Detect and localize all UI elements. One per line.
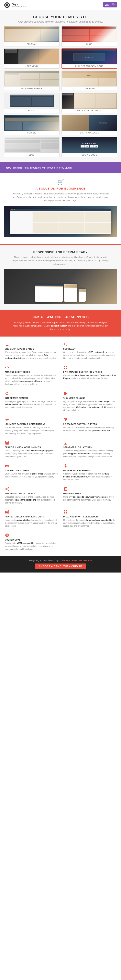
demo-label-boxed: BOXED (4, 108, 59, 113)
svg-rect-18 (5, 442, 9, 443)
demo-thumb-splitcat: CATALOGUE (62, 115, 117, 131)
feature-combinations: UNLIMITED PAGEABLE COMBINATIONS The brea… (3, 416, 59, 436)
feature-title-iconpacks: FIVE AMAZING CUSTOM ICON PACKS (63, 371, 116, 373)
demo-item-classic[interactable]: CLASSIC (4, 115, 60, 135)
demo-label-leftmenu: SHOP WITH LEFT MENU (62, 108, 117, 113)
woo-banner: Woo commerce Fully integrated with Wooco… (0, 162, 121, 173)
pricing-icon (5, 510, 10, 514)
feature-title-combinations: UNLIMITED PAGEABLE COMBINATIONS (5, 423, 58, 425)
feature-onepage: ONE PAGE SITES Using only one page to sh… (62, 485, 118, 506)
feature-search: INTEGRATED SEARCH Manage your typography… (3, 390, 59, 414)
demo-style-section: CHOOSE YOUR DEMO STYLE Oryx provides 13 … (0, 10, 121, 162)
feature-desc-social: Encourage your visitors to share content… (5, 495, 58, 504)
demo-thumb-boxed (4, 93, 59, 108)
brand-subtitle: WordPress Theme (12, 6, 26, 8)
catalogue-icon (5, 441, 10, 445)
demo-thumb-blog (4, 137, 59, 153)
feature-seo: SEO READY Oryx has been designed with SE… (62, 340, 118, 361)
header: Oryx WordPress Theme Woo (0, 0, 121, 10)
svg-point-27 (8, 490, 9, 491)
feature-title-sliders: A VARIETY OF SLIDERS (5, 469, 58, 472)
feature-desc-elements: Customise your business requirements wit… (63, 473, 116, 481)
demo-item-fullscreen[interactable]: CATALOGUE FULL SCREEN CATALOGUE (61, 48, 117, 68)
import-icon (5, 342, 10, 347)
elements-icon (63, 463, 68, 468)
demo-label-onepage: ONE PAGE (62, 86, 117, 91)
feature-title-multilingual: MULTILINGUAL (5, 539, 58, 541)
feature-title-seo: SEO READY (63, 348, 116, 350)
demo-item-blog[interactable]: BLOG (4, 137, 60, 157)
demo-thumb-shop (62, 27, 117, 42)
demo-label-original: ORIGINAL (4, 42, 59, 46)
svg-rect-19 (5, 444, 9, 444)
feature-desc-combinations: The breadth theme provides an amazing so… (5, 426, 58, 435)
svg-point-8 (64, 343, 66, 345)
footer-cta-button[interactable]: CHOOSE A DEMO, THEN CREATE (35, 563, 86, 570)
demo-item-comingsoon[interactable]: COMING SOON 47 25 33 14 COMING SOON (61, 137, 117, 157)
feature-desc-search: Manage your typography. Choose from a la… (5, 400, 58, 409)
feature-shortcodes: AMAZING SHORTCODES Oryx has been designe… (3, 364, 59, 387)
feature-title-search: INTEGRATED SEARCH (5, 397, 58, 399)
feature-title-shortcodes: AMAZING SHORTCODES (5, 371, 58, 373)
footer-text: Everything is possible with Oryx. Choose… (4, 559, 117, 562)
ecommerce-title-prefix: A SOLUTION FOR (35, 187, 64, 190)
demo-section-title: CHOOSE YOUR DEMO STYLE (4, 15, 117, 19)
demo-label-comingsoon: COMING SOON (62, 153, 117, 157)
feature-title-builder: DRAG AND DROP PAGE BUILDER (63, 515, 116, 518)
feature-social: INTEGRATED SOCIAL SHARE Encourage your v… (3, 485, 59, 506)
demo-thumb-leftmenu (62, 93, 117, 108)
svg-rect-34 (64, 512, 65, 514)
svg-rect-12 (66, 368, 67, 369)
demo-item-splitcat[interactable]: CATALOGUE SPLIT CATALOGUE (61, 115, 117, 135)
feature-catalogue: BEAUTIFUL CATALOGUE LAYOUTS Creating a g… (3, 439, 59, 460)
demo-item-original[interactable]: ORIGINAL (4, 26, 60, 46)
demo-item-left[interactable]: LEFT MENU (4, 48, 60, 68)
features-grid: ONE CLICK IMPORT OPTION When you choose … (3, 340, 118, 552)
feature-title-blog: SEPARATE BLOG LAYOUTS (63, 446, 116, 449)
footer: Everything is possible with Oryx. Choose… (0, 556, 121, 573)
demo-label-fullscreen: FULL SCREEN CATALOGUE (62, 64, 117, 68)
svg-rect-14 (64, 418, 65, 421)
demo-item-leftmenu[interactable]: SHOP WITH LEFT MENU (61, 93, 117, 113)
svg-point-22 (6, 466, 7, 466)
combinations-icon (5, 417, 10, 422)
demo-item-sidebar[interactable]: SHOP WITH SIDEBAR (4, 70, 60, 91)
feature-desc-multilingual: Oryx is 100% WPML-compatible, making it … (5, 542, 58, 550)
demo-thumb-original (4, 27, 59, 42)
iconpacks-icon (63, 365, 68, 370)
blog-icon (63, 441, 68, 445)
demo-thumb-sidebar (4, 71, 59, 86)
support-desc: Our highly trained team of professional … (11, 321, 110, 331)
feature-multilingual: MULTILINGUAL Oryx is 100% WPML-compatibl… (3, 531, 59, 552)
demo-thumb-fullscreen: CATALOGUE (62, 49, 117, 64)
feature-pricing: PRICING TABLES AND PRICING LISTS Oryx in… (3, 508, 59, 529)
responsive-section: RESPONSIVE AND RETINA READY No need to w… (0, 245, 121, 310)
responsive-desc: No need to worry about how your site wil… (11, 256, 110, 266)
features-section: ONE CLICK IMPORT OPTION When you choose … (0, 337, 121, 556)
demo-label-shop: SHOP (62, 42, 117, 46)
demo-label-left: LEFT MENU (4, 64, 59, 68)
demo-label-sidebar: SHOP WITH SIDEBAR (4, 86, 59, 91)
sliders-icon (5, 463, 10, 468)
demo-item-boxed[interactable]: BOXED (4, 93, 60, 113)
feature-title-video: 100+ VIDEO PLUGINS (63, 397, 116, 399)
brand-name: Oryx (12, 3, 26, 6)
demo-item-onepage[interactable]: HERO ONE PAGE (61, 70, 117, 91)
woo-banner-text: Fully integrated with Woocommerce plugin… (24, 166, 72, 169)
demo-item-shop[interactable]: SHOP (61, 26, 117, 46)
svg-rect-35 (66, 512, 67, 514)
demo-label-classic: CLASSIC (4, 131, 59, 135)
svg-point-23 (7, 466, 8, 466)
device-tablet (64, 283, 77, 302)
svg-point-25 (5, 488, 6, 489)
feature-desc-blog: The Default Blog provides an amazing sol… (63, 449, 116, 458)
feature-desc-video: Oryx supports a huge range of different … (63, 400, 116, 412)
support-title: SICK OF WAITING FOR SUPPORT? (4, 315, 117, 319)
feature-portfolio: 3 SEPARATE PORTFOLIO TYPES Our portfolio… (62, 416, 118, 436)
feature-builder: DRAG AND DROP PAGE BUILDER Oryx includes… (62, 508, 118, 529)
feature-desc-shortcodes: Oryx has been designed with all possible… (5, 374, 58, 386)
cart-icon: 🛒 (4, 179, 117, 185)
onepage-icon (63, 487, 68, 492)
demo-label-splitcat: SPLIT CATALOGUE (62, 131, 117, 135)
feature-title-import: ONE CLICK IMPORT OPTION (5, 348, 58, 350)
